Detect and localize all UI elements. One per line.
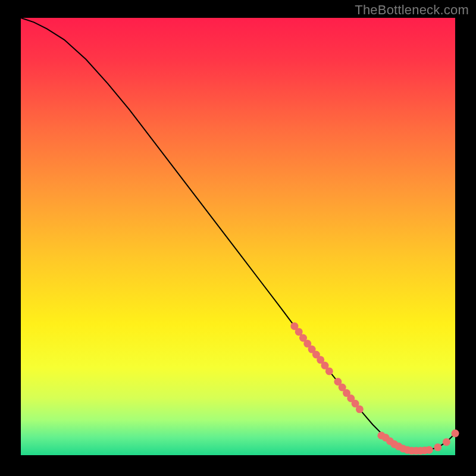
highlight-dot	[425, 446, 433, 454]
highlight-dot	[452, 430, 459, 437]
highlight-dot	[443, 438, 450, 446]
highlight-dot	[356, 405, 364, 413]
bottleneck-chart	[0, 0, 476, 476]
chart-frame: TheBottleneck.com	[0, 0, 476, 476]
highlight-dot	[325, 367, 333, 375]
svg-rect-0	[21, 18, 455, 455]
highlight-dot	[434, 443, 441, 451]
